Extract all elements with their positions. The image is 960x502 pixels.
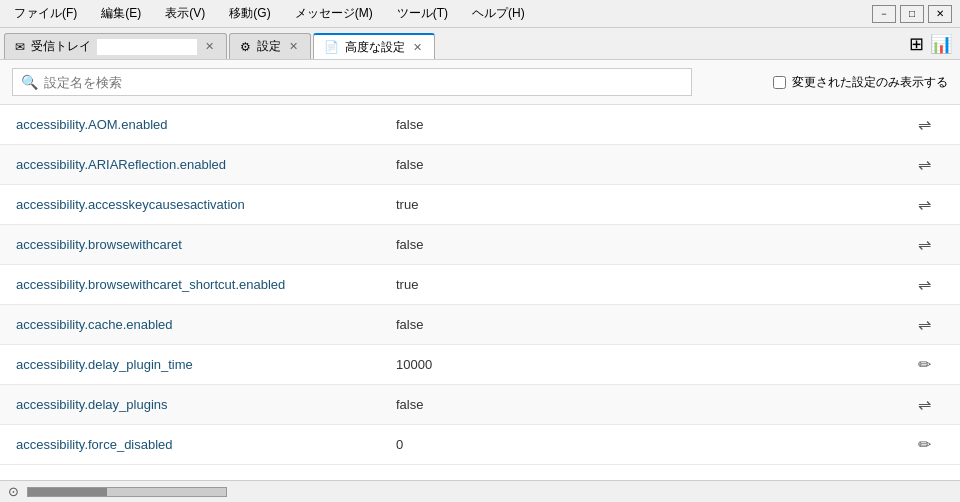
status-progress-fill bbox=[28, 488, 107, 496]
inbox-search-input[interactable] bbox=[97, 39, 197, 55]
setting-name: accessibility.accesskeycausesactivation bbox=[16, 197, 396, 212]
menu-file[interactable]: ファイル(F) bbox=[8, 3, 83, 24]
table-row[interactable]: accessibility.force_disabled0✏ bbox=[0, 425, 960, 465]
minimize-button[interactable]: － bbox=[872, 5, 896, 23]
search-input[interactable] bbox=[44, 75, 683, 90]
edit-icon[interactable]: ✏ bbox=[904, 435, 944, 454]
tab-settings-label: 設定 bbox=[257, 38, 281, 55]
search-input-wrap: 🔍 bbox=[12, 68, 692, 96]
tab-inbox-label: 受信トレイ bbox=[31, 38, 91, 55]
menu-help[interactable]: ヘルプ(H) bbox=[466, 3, 531, 24]
setting-name: accessibility.browsewithcaret bbox=[16, 237, 396, 252]
table-row[interactable]: accessibility.browsewithcaret_shortcut.e… bbox=[0, 265, 960, 305]
setting-name: accessibility.cache.enabled bbox=[16, 317, 396, 332]
table-row[interactable]: accessibility.ARIAReflection.enabledfals… bbox=[0, 145, 960, 185]
grid-icon[interactable]: ⊞ bbox=[909, 33, 924, 55]
tab-settings[interactable]: ⚙ 設定 ✕ bbox=[229, 33, 311, 59]
main-content: accessibility.AOM.enabledfalse⇌accessibi… bbox=[0, 105, 960, 480]
table-row[interactable]: accessibility.AOM.enabledfalse⇌ bbox=[0, 105, 960, 145]
toggle-icon[interactable]: ⇌ bbox=[904, 115, 944, 134]
table-row[interactable]: accessibility.delay_plugin_time10000✏ bbox=[0, 345, 960, 385]
menu-bar: ファイル(F) 編集(E) 表示(V) 移動(G) メッセージ(M) ツール(T… bbox=[8, 3, 531, 24]
close-button[interactable]: ✕ bbox=[928, 5, 952, 23]
toggle-icon[interactable]: ⇌ bbox=[904, 195, 944, 214]
menu-tools[interactable]: ツール(T) bbox=[391, 3, 454, 24]
menu-edit[interactable]: 編集(E) bbox=[95, 3, 147, 24]
tab-bar: ✉ 受信トレイ ✕ ⚙ 設定 ✕ 📄 高度な設定 ✕ ⊞ 📊 bbox=[0, 28, 960, 60]
toggle-icon[interactable]: ⇌ bbox=[904, 275, 944, 294]
setting-value: false bbox=[396, 157, 904, 172]
setting-value: true bbox=[396, 277, 904, 292]
filter-label: 変更された設定のみ表示する bbox=[792, 74, 948, 91]
tab-advanced-settings-close[interactable]: ✕ bbox=[411, 41, 424, 54]
toggle-icon[interactable]: ⇌ bbox=[904, 395, 944, 414]
filter-checkbox[interactable] bbox=[773, 76, 786, 89]
filter-area: 変更された設定のみ表示する bbox=[773, 74, 948, 91]
setting-value: false bbox=[396, 237, 904, 252]
menu-message[interactable]: メッセージ(M) bbox=[289, 3, 379, 24]
setting-value: false bbox=[396, 397, 904, 412]
menu-view[interactable]: 表示(V) bbox=[159, 3, 211, 24]
setting-name: accessibility.delay_plugin_time bbox=[16, 357, 396, 372]
toggle-icon[interactable]: ⇌ bbox=[904, 315, 944, 334]
search-icon: 🔍 bbox=[21, 74, 38, 90]
setting-name: accessibility.AOM.enabled bbox=[16, 117, 396, 132]
setting-value: true bbox=[396, 197, 904, 212]
toggle-icon[interactable]: ⇌ bbox=[904, 235, 944, 254]
setting-value: 10000 bbox=[396, 357, 904, 372]
tab-tools: ⊞ 📊 bbox=[901, 29, 960, 59]
table-row[interactable]: accessibility.browsewithcaretfalse⇌ bbox=[0, 225, 960, 265]
tab-advanced-settings[interactable]: 📄 高度な設定 ✕ bbox=[313, 33, 435, 59]
status-icon: ⊙ bbox=[8, 484, 19, 499]
setting-name: accessibility.force_disabled bbox=[16, 437, 396, 452]
tab-advanced-settings-label: 高度な設定 bbox=[345, 39, 405, 56]
setting-name: accessibility.browsewithcaret_shortcut.e… bbox=[16, 277, 396, 292]
table-row[interactable]: accessibility.accesskeycausesactivationt… bbox=[0, 185, 960, 225]
toggle-icon[interactable]: ⇌ bbox=[904, 155, 944, 174]
setting-name: accessibility.ARIAReflection.enabled bbox=[16, 157, 396, 172]
setting-value: false bbox=[396, 317, 904, 332]
maximize-button[interactable]: □ bbox=[900, 5, 924, 23]
setting-value: false bbox=[396, 117, 904, 132]
search-bar: 🔍 変更された設定のみ表示する bbox=[0, 60, 960, 105]
title-bar: ファイル(F) 編集(E) 表示(V) 移動(G) メッセージ(M) ツール(T… bbox=[0, 0, 960, 28]
settings-icon: ⚙ bbox=[240, 40, 251, 54]
inbox-icon: ✉ bbox=[15, 40, 25, 54]
table-row[interactable]: accessibility.delay_pluginsfalse⇌ bbox=[0, 385, 960, 425]
chart-icon[interactable]: 📊 bbox=[930, 33, 952, 55]
tab-inbox-close[interactable]: ✕ bbox=[203, 40, 216, 53]
edit-icon[interactable]: ✏ bbox=[904, 355, 944, 374]
table-row[interactable]: accessibility.cache.enabledfalse⇌ bbox=[0, 305, 960, 345]
status-bar: ⊙ bbox=[0, 480, 960, 502]
settings-table: accessibility.AOM.enabledfalse⇌accessibi… bbox=[0, 105, 960, 480]
window-controls: － □ ✕ bbox=[872, 5, 952, 23]
tab-settings-close[interactable]: ✕ bbox=[287, 40, 300, 53]
tab-inbox[interactable]: ✉ 受信トレイ ✕ bbox=[4, 33, 227, 59]
menu-go[interactable]: 移動(G) bbox=[223, 3, 276, 24]
advanced-settings-icon: 📄 bbox=[324, 40, 339, 54]
status-progress bbox=[27, 487, 227, 497]
setting-value: 0 bbox=[396, 437, 904, 452]
setting-name: accessibility.delay_plugins bbox=[16, 397, 396, 412]
